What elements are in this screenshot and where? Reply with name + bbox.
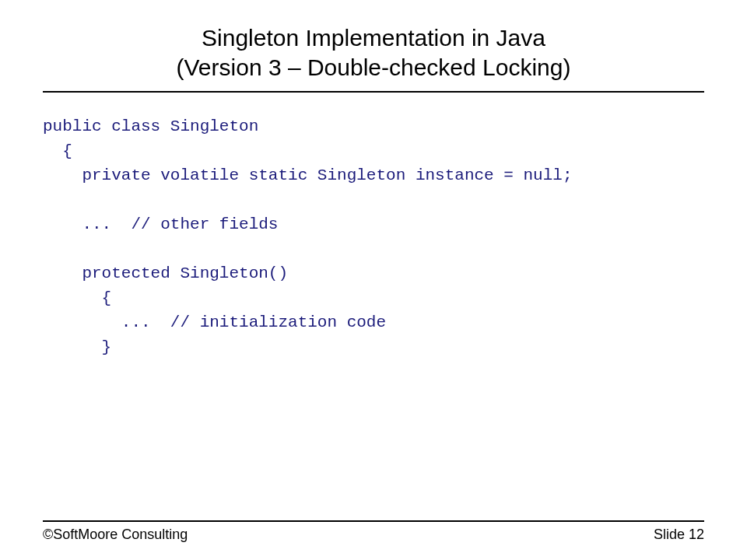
divider-bottom bbox=[43, 520, 704, 522]
footer-copyright: ©SoftMoore Consulting bbox=[43, 527, 188, 543]
slide-title-line1: Singleton Implementation in Java bbox=[43, 23, 704, 53]
code-block: public class Singleton { private volatil… bbox=[43, 114, 704, 359]
slide-footer: ©SoftMoore Consulting Slide 12 bbox=[43, 520, 704, 543]
slide-container: Singleton Implementation in Java (Versio… bbox=[0, 0, 747, 560]
footer-slide-number: Slide 12 bbox=[654, 527, 704, 543]
slide-title-line2: (Version 3 – Double-checked Locking) bbox=[43, 53, 704, 82]
slide-title-block: Singleton Implementation in Java (Versio… bbox=[43, 23, 704, 82]
footer-row: ©SoftMoore Consulting Slide 12 bbox=[43, 527, 704, 543]
divider-top bbox=[43, 91, 704, 93]
